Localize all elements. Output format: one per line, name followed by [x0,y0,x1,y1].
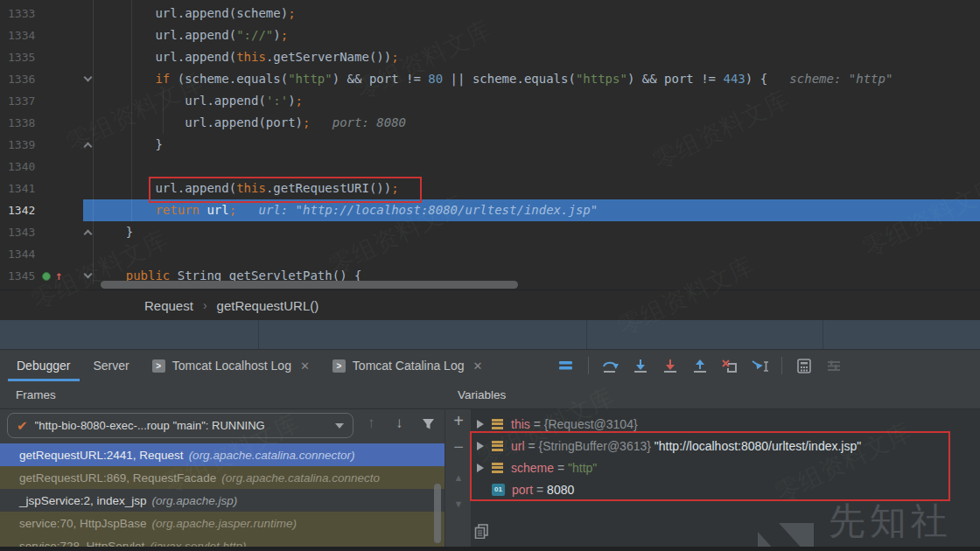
expand-arrow-icon[interactable] [477,420,484,429]
fold-gutter [83,3,96,24]
previous-frame-icon[interactable]: ↑ [368,415,375,432]
fold-close-icon[interactable] [84,143,93,151]
variables-highlight-box [470,431,950,501]
tab-label: Tomcat Catalina Log [353,359,465,373]
line-number: 1336 [0,68,83,90]
code-line-1343[interactable]: 1343 } [0,221,980,243]
drop-frame-icon[interactable] [720,356,739,375]
copy-stack-icon[interactable] [473,523,489,542]
code-line-1336[interactable]: 1336 if (scheme.equals("http") && port !… [0,68,980,90]
move-watch-up-icon[interactable]: ▲ [445,472,472,483]
site-watermark: 先知社区 [758,497,980,551]
code-line-1344[interactable]: 1344 [0,243,980,265]
chevron-right-icon: › [203,298,207,312]
field-icon [492,419,503,429]
thread-selector[interactable]: ✔ "http-bio-8080-exec-...roup "main": RU… [7,413,354,438]
line-number: 1333 [0,3,83,24]
fold-gutter[interactable] [83,134,96,156]
code-line-1342[interactable]: 1342 return url; url: "http://localhost:… [0,199,980,221]
remove-watch-icon[interactable]: − [445,437,472,457]
debug-toolbar [556,356,844,375]
frame-package: (org.apache.catalina.connecto [221,471,380,485]
stack-frame[interactable]: service:70, HttpJspBase(org.apache.jaspe… [0,512,444,534]
fold-gutter [83,156,96,178]
fold-gutter [83,46,96,68]
add-watch-icon[interactable]: + [445,411,472,431]
line-number: 1341 [0,178,83,199]
fold-gutter[interactable] [83,265,96,287]
code-text: url.append(scheme); [96,3,296,24]
fold-gutter [83,24,96,46]
evaluate-expression-icon[interactable] [794,356,814,375]
divider [781,357,782,374]
stack-frame[interactable]: _jspService:2, index_jsp(org.apache.jsp) [0,489,444,512]
code-line-1339[interactable]: 1339 } [0,134,980,156]
code-text: if (scheme.equals("http") && port != 80 … [96,68,892,90]
next-frame-icon[interactable]: ↓ [396,415,403,432]
tab-tomcat-catalina-log[interactable]: >Tomcat Catalina Log✕ [321,350,494,381]
divider [258,320,259,349]
close-icon[interactable]: ✕ [300,359,310,373]
bottom-edge [0,547,980,551]
stack-frame[interactable]: getRequestURL:2441, Request(org.apache.c… [0,443,444,466]
gutter-separator [93,0,94,284]
code-line-1338[interactable]: 1338 url.append(port); port: 8080 [0,112,980,134]
fold-open-icon[interactable] [84,73,93,82]
tab-label: Server [94,359,130,373]
override-marker-icon[interactable] [42,272,51,281]
fold-close-icon[interactable] [84,230,93,239]
line-number: 1343 [0,221,83,243]
code-line-1333[interactable]: 1333 url.append(scheme); [0,3,980,24]
checkmark-icon: ✔ [17,418,28,434]
code-editor[interactable]: 1333 url.append(scheme);1334 url.append(… [0,0,980,289]
force-step-into-icon[interactable] [661,356,680,375]
code-line-1335[interactable]: 1335 url.append(this.getServerName()); [0,46,980,68]
frame-method: getRequestURL:2441, Request [19,449,184,462]
fold-gutter[interactable] [83,221,96,243]
code-line-1340[interactable]: 1340 [0,156,980,178]
fold-open-icon[interactable] [84,270,93,279]
line-number: 1340 [0,156,83,178]
tab-tomcat-localhost-log[interactable]: >Tomcat Localhost Log✕ [141,350,321,381]
step-over-icon[interactable] [601,356,620,375]
frame-list: getRequestURL:2441, Request(org.apache.c… [0,443,444,551]
divider [822,320,823,349]
stack-frame[interactable]: getRequestURL:869, RequestFacade(org.apa… [0,466,444,489]
move-watch-down-icon[interactable]: ▼ [445,499,472,509]
code-line-1334[interactable]: 1334 url.append("://"); [0,24,980,46]
debug-tab-bar: DebuggerServer>Tomcat Localhost Log✕>Tom… [0,349,980,381]
tab-debugger[interactable]: Debugger [5,350,82,381]
tab-server[interactable]: Server [82,350,141,381]
frame-method: _jspService:2, index_jsp [19,494,147,507]
hide-frames-filter-icon[interactable] [422,417,435,435]
indent-guide [131,0,132,221]
code-highlight-box [149,177,422,203]
fold-gutter [83,90,96,112]
run-to-cursor-icon[interactable] [750,356,769,375]
step-out-icon[interactable] [690,356,710,375]
breadcrumb: Request › getRequestURL() [0,289,980,320]
fold-gutter[interactable] [83,68,96,90]
code-line-1337[interactable]: 1337 url.append(':'); [0,90,980,112]
watches-toolbar: + − ▲ ▼ [444,409,471,551]
close-icon[interactable]: ✕ [472,359,482,373]
line-number: 1345↑ [0,265,83,287]
layout-settings-icon[interactable] [824,356,844,375]
line-number: 1339 [0,134,83,156]
breakpoints-menu-icon[interactable] [556,356,576,375]
fold-gutter [83,178,96,199]
thread-name: "http-bio-8080-exec-...roup "main": RUNN… [35,419,330,432]
horizontal-scrollbar[interactable] [101,281,518,289]
implements-arrow-icon[interactable]: ↑ [55,265,62,287]
step-into-icon[interactable] [631,356,650,375]
code-lines: 1333 url.append(scheme);1334 url.append(… [0,3,980,287]
frames-scrollbar[interactable] [434,484,441,543]
frame-package: (org.apache.catalina.connector) [189,449,355,462]
code-line-1341[interactable]: 1341 url.append(this.getRequestURI()); [0,178,980,199]
frames-panel: ✔ "http-bio-8080-exec-...roup "main": RU… [0,409,444,551]
breadcrumb-class[interactable]: Request [144,298,193,313]
panel-headers: Frames Variables [0,381,980,409]
breadcrumb-method[interactable]: getRequestURL() [217,298,319,313]
frame-method: getRequestURL:869, RequestFacade [19,471,216,485]
fold-gutter [83,112,96,134]
